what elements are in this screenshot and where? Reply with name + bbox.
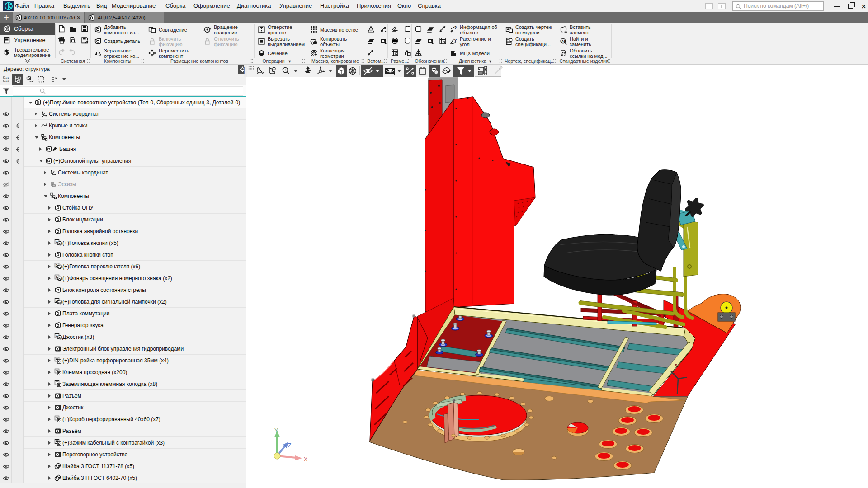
svg-text:1:1: 1:1 xyxy=(5,76,9,79)
svg-text:X: X xyxy=(304,456,307,463)
svg-text:Y: Y xyxy=(274,427,278,434)
svg-text:1:2: 1:2 xyxy=(5,80,9,82)
svg-text:Z: Z xyxy=(288,442,291,449)
